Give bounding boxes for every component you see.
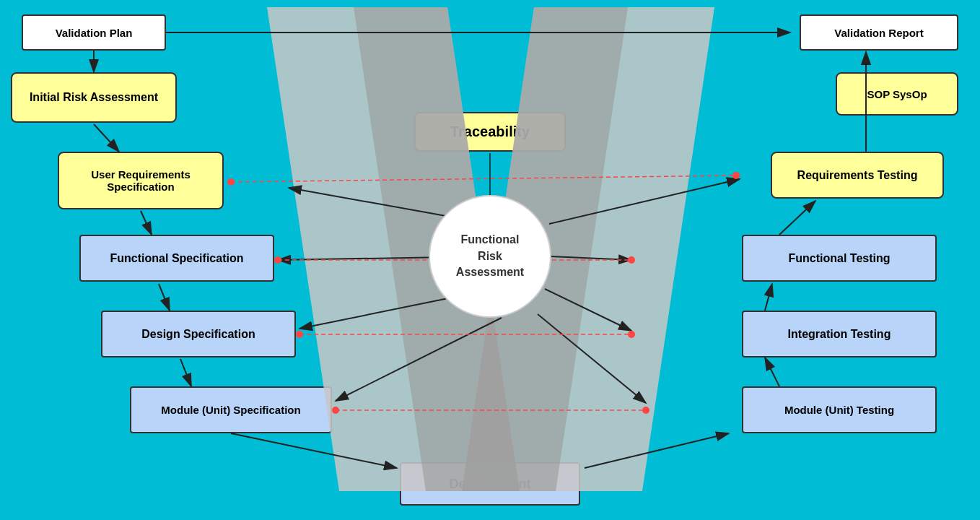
svg-line-26 — [538, 314, 646, 403]
svg-line-16 — [779, 201, 815, 235]
svg-line-11 — [180, 359, 191, 386]
development-box: Development — [400, 462, 580, 506]
validation-report-label: Validation Report — [834, 27, 923, 39]
svg-point-37 — [332, 407, 339, 414]
svg-line-15 — [765, 284, 772, 311]
validation-plan-box: Validation Plan — [22, 14, 166, 51]
urs-label: User Requirements Specification — [91, 168, 191, 193]
svg-point-34 — [296, 331, 303, 338]
svg-line-10 — [159, 284, 170, 311]
integration-testing-box: Integration Testing — [742, 311, 937, 358]
design-spec-box: Design Specification — [101, 311, 296, 358]
urs-box: User Requirements Specification — [58, 152, 224, 209]
svg-point-32 — [628, 256, 635, 264]
svg-point-35 — [628, 331, 635, 338]
validation-report-box: Validation Report — [800, 14, 958, 51]
fra-label: Functional Risk Assessment — [456, 232, 524, 280]
functional-spec-box: Functional Specification — [79, 235, 274, 282]
module-testing-box: Module (Unit) Testing — [742, 386, 937, 433]
svg-line-27 — [231, 176, 736, 182]
svg-line-8 — [94, 124, 119, 152]
svg-point-29 — [732, 172, 740, 179]
svg-line-24 — [551, 256, 631, 260]
svg-line-22 — [336, 318, 502, 401]
svg-point-38 — [642, 407, 649, 414]
functional-spec-label: Functional Specification — [110, 252, 244, 265]
sop-sysop-box: SOP SysOp — [836, 72, 958, 116]
svg-point-28 — [227, 178, 235, 186]
svg-line-23 — [549, 179, 740, 224]
requirements-testing-box: Requirements Testing — [771, 152, 944, 199]
design-spec-label: Design Specification — [141, 328, 255, 341]
requirements-testing-label: Requirements Testing — [797, 169, 918, 182]
validation-plan-label: Validation Plan — [56, 27, 133, 39]
module-spec-label: Module (Unit) Specification — [161, 404, 300, 416]
svg-line-12 — [231, 433, 397, 468]
svg-line-25 — [545, 289, 631, 331]
svg-line-13 — [585, 433, 729, 468]
functional-testing-label: Functional Testing — [788, 252, 890, 265]
diagram-container: Validation Plan Validation Report Initia… — [0, 0, 980, 520]
initial-risk-box: Initial Risk Assessment — [11, 72, 177, 123]
fra-circle: Functional Risk Assessment — [429, 195, 551, 318]
module-spec-box: Module (Unit) Specification — [130, 386, 332, 433]
initial-risk-label: Initial Risk Assessment — [30, 91, 158, 104]
traceability-box: Traceability — [414, 112, 566, 152]
svg-line-14 — [765, 358, 779, 386]
functional-testing-box: Functional Testing — [742, 235, 937, 282]
integration-testing-label: Integration Testing — [788, 328, 891, 341]
svg-line-9 — [141, 211, 152, 235]
module-testing-label: Module (Unit) Testing — [784, 404, 894, 416]
traceability-label: Traceability — [450, 124, 530, 140]
development-label: Development — [449, 477, 530, 492]
sop-sysop-label: SOP SysOp — [867, 88, 927, 100]
svg-point-31 — [274, 256, 281, 264]
